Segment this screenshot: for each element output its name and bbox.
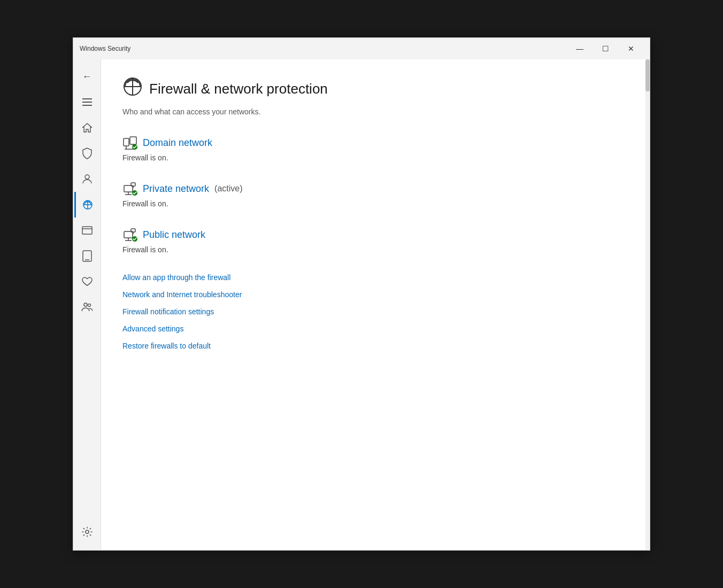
- sidebar-item-device-performance[interactable]: [74, 269, 100, 295]
- shield-icon: [82, 148, 93, 159]
- home-icon: [82, 122, 93, 133]
- domain-network-status: Firewall is on.: [122, 153, 624, 162]
- sidebar-item-settings[interactable]: [74, 519, 100, 545]
- active-badge: (active): [214, 184, 242, 194]
- scrollbar-thumb[interactable]: [645, 59, 650, 91]
- sidebar-item-firewall[interactable]: [74, 192, 100, 218]
- private-network-item: Private network (active) Firewall is on.: [122, 181, 624, 208]
- gear-icon: [82, 527, 93, 537]
- sidebar-item-home[interactable]: [74, 115, 100, 141]
- hamburger-menu-button[interactable]: [74, 89, 100, 115]
- svg-point-8: [84, 303, 87, 306]
- browser-icon: [82, 226, 93, 235]
- sidebar-item-app-browser[interactable]: [74, 218, 100, 243]
- firewall-icon: [82, 199, 93, 210]
- links-section: Allow an app through the firewall Networ…: [122, 273, 624, 350]
- sidebar-item-device-security[interactable]: [74, 243, 100, 269]
- svg-rect-14: [124, 138, 129, 146]
- svg-point-10: [86, 530, 89, 533]
- svg-point-0: [85, 175, 89, 179]
- public-network-name[interactable]: Public network: [143, 229, 205, 241]
- title-bar: Windows Security — ☐ ✕: [73, 38, 650, 59]
- firewall-header-icon: [122, 76, 143, 101]
- domain-network-icon: [122, 135, 137, 150]
- sidebar: ←: [73, 59, 101, 550]
- domain-network-name[interactable]: Domain network: [143, 137, 212, 149]
- close-button[interactable]: ✕: [619, 40, 643, 57]
- public-network-icon: [122, 227, 137, 242]
- user-icon: [82, 174, 93, 184]
- back-button[interactable]: ←: [74, 64, 100, 89]
- app-window: Windows Security — ☐ ✕ ←: [73, 37, 650, 551]
- allow-app-link[interactable]: Allow an app through the firewall: [122, 273, 624, 282]
- main-content: Firewall & network protection Who and wh…: [101, 59, 645, 550]
- page-title: Firewall & network protection: [149, 81, 328, 97]
- content-area: ←: [73, 59, 650, 550]
- public-network-status: Firewall is on.: [122, 245, 624, 254]
- svg-point-9: [88, 304, 90, 307]
- private-network-link[interactable]: Private network (active): [122, 181, 624, 196]
- public-network-item: Public network Firewall is on.: [122, 227, 624, 254]
- maximize-button[interactable]: ☐: [593, 40, 618, 57]
- window-title: Windows Security: [80, 45, 130, 52]
- sidebar-item-family-options[interactable]: [74, 295, 100, 320]
- page-subtitle: Who and what can access your networks.: [122, 107, 624, 116]
- wifi-shield-icon: [122, 76, 143, 97]
- restore-defaults-link[interactable]: Restore firewalls to default: [122, 342, 624, 350]
- svg-rect-15: [130, 137, 136, 144]
- notification-settings-link[interactable]: Firewall notification settings: [122, 307, 624, 316]
- private-network-icon: [122, 181, 137, 196]
- family-icon: [81, 302, 93, 313]
- minimize-button[interactable]: —: [567, 40, 592, 57]
- private-network-name[interactable]: Private network: [143, 183, 209, 195]
- back-icon: ←: [82, 71, 92, 82]
- health-icon: [82, 277, 93, 287]
- hamburger-icon: [82, 98, 92, 106]
- sidebar-item-account-protection[interactable]: [74, 166, 100, 192]
- svg-rect-20: [124, 185, 133, 192]
- svg-rect-26: [124, 231, 133, 238]
- page-header: Firewall & network protection: [122, 76, 624, 101]
- window-controls: — ☐ ✕: [567, 40, 643, 57]
- device-icon: [82, 250, 92, 262]
- domain-network-item: Domain network Firewall is on.: [122, 135, 624, 162]
- sidebar-item-virus-protection[interactable]: [74, 141, 100, 166]
- private-network-status: Firewall is on.: [122, 199, 624, 208]
- advanced-settings-link[interactable]: Advanced settings: [122, 324, 624, 333]
- scrollbar[interactable]: [645, 59, 650, 550]
- troubleshooter-link[interactable]: Network and Internet troubleshooter: [122, 290, 624, 299]
- domain-network-link[interactable]: Domain network: [122, 135, 624, 150]
- svg-rect-4: [82, 227, 92, 234]
- public-network-link[interactable]: Public network: [122, 227, 624, 242]
